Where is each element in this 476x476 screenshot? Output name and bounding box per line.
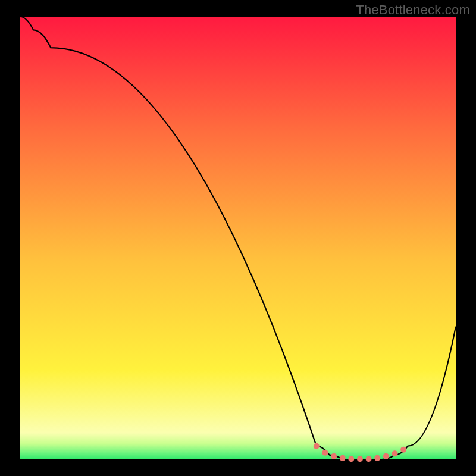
optimal-marker — [374, 455, 380, 461]
bottleneck-plot — [0, 0, 476, 476]
optimal-marker — [383, 453, 389, 459]
optimal-marker — [331, 453, 337, 459]
optimal-marker — [392, 450, 398, 456]
plot-background — [20, 17, 456, 459]
optimal-marker — [340, 455, 346, 461]
optimal-marker — [366, 456, 372, 462]
watermark-text: TheBottleneck.com — [356, 2, 470, 18]
optimal-marker — [348, 456, 354, 462]
optimal-marker — [314, 443, 320, 449]
optimal-marker — [357, 456, 363, 462]
optimal-marker — [400, 447, 406, 453]
chart-frame: TheBottleneck.com — [0, 0, 476, 476]
optimal-marker — [322, 450, 328, 456]
